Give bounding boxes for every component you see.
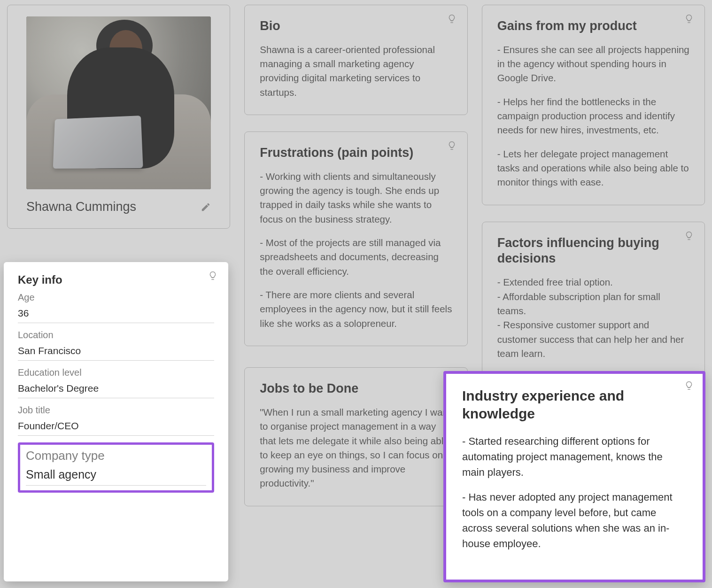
field-jobtitle[interactable]: Job title Founder/CEO (18, 405, 214, 436)
frustrations-card[interactable]: Frustrations (pain points) - Working wit… (244, 132, 467, 346)
gains-card[interactable]: Gains from my product - Ensures she can … (482, 5, 705, 205)
field-label: Company type (26, 449, 206, 463)
board-column-2: Bio Shawna is a career-oriented professi… (244, 5, 467, 506)
industry-body: - Started researching different options … (462, 433, 687, 551)
keyinfo-card[interactable]: Key info Age 36 Location San Francisco E… (4, 262, 228, 581)
field-companytype-highlight: Company type Small agency (18, 442, 214, 493)
jtbd-title: Jobs to be Done (260, 381, 452, 397)
frustrations-body: - Working with clients and simultaneousl… (260, 170, 452, 331)
factors-card[interactable]: Factors influencing buying decisions - E… (482, 222, 705, 376)
field-location[interactable]: Location San Francisco (18, 330, 214, 361)
apple-logo-icon (85, 137, 95, 148)
field-value[interactable]: Founder/CEO (18, 418, 214, 436)
lightbulb-icon[interactable] (208, 271, 218, 281)
field-value[interactable]: Small agency (26, 466, 206, 486)
field-age[interactable]: Age 36 (18, 292, 214, 323)
jtbd-body: "When I run a small marketing agency I w… (260, 405, 452, 491)
industry-title: Industry experience and knowledge (462, 387, 687, 423)
field-value[interactable]: Bachelor's Degree (18, 381, 214, 398)
field-label: Job title (18, 405, 214, 416)
gains-body: - Ensures she can see all projects happe… (497, 43, 689, 190)
persona-name: Shawna Cummings (26, 200, 136, 214)
bio-body: Shawna is a career-oriented professional… (260, 43, 452, 100)
field-value[interactable]: San Francisco (18, 343, 214, 361)
jtbd-card[interactable]: Jobs to be Done "When I run a small mark… (244, 367, 467, 506)
lightbulb-icon[interactable] (684, 14, 694, 24)
industry-card[interactable]: Industry experience and knowledge - Star… (443, 371, 705, 582)
factors-title: Factors influencing buying decisions (497, 235, 689, 267)
keyinfo-title: Key info (18, 273, 214, 286)
edit-icon[interactable] (201, 202, 211, 212)
lightbulb-icon[interactable] (684, 380, 694, 391)
field-label: Education level (18, 367, 214, 378)
lightbulb-icon[interactable] (684, 231, 694, 241)
bio-card[interactable]: Bio Shawna is a career-oriented professi… (244, 5, 467, 115)
gains-title: Gains from my product (497, 18, 689, 34)
field-companytype[interactable]: Company type Small agency (26, 449, 206, 486)
profile-card[interactable]: Shawna Cummings (7, 5, 230, 229)
field-education[interactable]: Education level Bachelor's Degree (18, 367, 214, 398)
bio-title: Bio (260, 18, 452, 34)
field-label: Age (18, 292, 214, 303)
field-value[interactable]: 36 (18, 306, 214, 323)
field-label: Location (18, 330, 214, 340)
persona-photo[interactable] (26, 16, 211, 189)
lightbulb-icon[interactable] (447, 140, 457, 151)
frustrations-title: Frustrations (pain points) (260, 145, 452, 161)
lightbulb-icon[interactable] (447, 14, 457, 24)
factors-body: - Extended free trial option. - Affordab… (497, 275, 689, 361)
